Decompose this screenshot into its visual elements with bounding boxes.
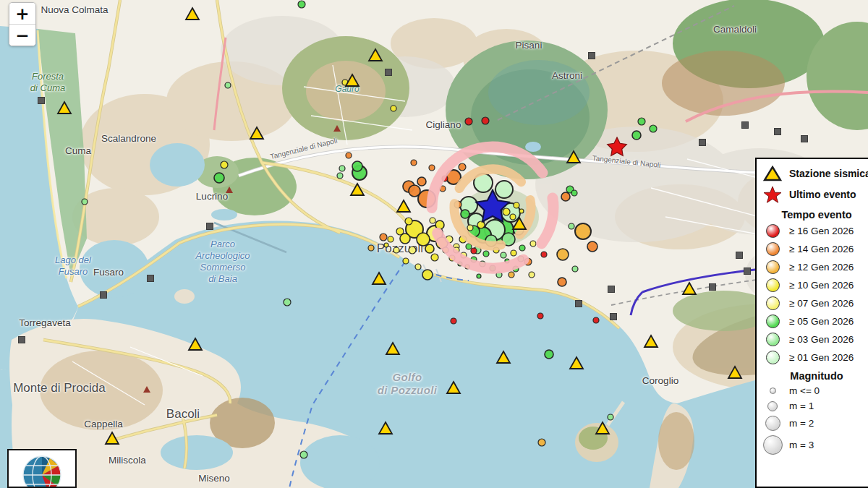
event-circle[interactable] — [541, 252, 547, 257]
event-circle[interactable] — [537, 313, 543, 319]
event-circle[interactable] — [425, 244, 434, 253]
event-circle[interactable] — [221, 161, 228, 168]
event-circle[interactable] — [514, 202, 519, 208]
event-circle[interactable] — [519, 245, 525, 251]
last-event-star[interactable] — [608, 137, 627, 155]
event-circle[interactable] — [461, 210, 469, 218]
event-circle[interactable] — [572, 266, 578, 272]
event-circle[interactable] — [409, 247, 416, 254]
station-icon — [762, 166, 783, 181]
event-circle[interactable] — [422, 270, 433, 280]
event-circle[interactable] — [465, 118, 472, 125]
station-icon[interactable] — [644, 335, 658, 347]
event-circle[interactable] — [650, 125, 657, 132]
event-circle[interactable] — [82, 199, 88, 205]
event-circle[interactable] — [368, 245, 374, 251]
event-circle[interactable] — [510, 214, 516, 220]
event-circle[interactable] — [503, 208, 510, 215]
event-circle[interactable] — [451, 318, 456, 324]
station-icon[interactable] — [186, 8, 199, 20]
event-circle[interactable] — [530, 241, 536, 247]
event-circle[interactable] — [393, 247, 399, 253]
event-circle[interactable] — [459, 163, 466, 171]
station-icon[interactable] — [346, 74, 359, 86]
event-circle[interactable] — [477, 274, 481, 278]
station-square-icon — [744, 268, 751, 275]
station-icon[interactable] — [397, 200, 410, 212]
event-circle[interactable] — [415, 264, 421, 270]
event-circle[interactable] — [593, 317, 599, 323]
event-circle[interactable] — [214, 173, 224, 183]
station-icon[interactable] — [728, 367, 741, 378]
event-circle[interactable] — [495, 181, 513, 198]
event-circle[interactable] — [284, 299, 291, 306]
event-circle[interactable] — [519, 209, 524, 213]
event-circle[interactable] — [571, 190, 577, 196]
event-circle[interactable] — [471, 248, 477, 254]
zoom-in-button[interactable]: + — [9, 3, 35, 24]
event-circle[interactable] — [300, 451, 307, 458]
event-circle[interactable] — [545, 350, 553, 359]
last-event-icon — [762, 186, 783, 203]
event-circle[interactable] — [417, 233, 430, 246]
event-circle[interactable] — [575, 223, 591, 239]
event-circle[interactable] — [384, 243, 388, 247]
event-circle[interactable] — [396, 228, 404, 235]
event-circle[interactable] — [380, 234, 387, 241]
event-circle[interactable] — [482, 117, 489, 124]
event-circle[interactable] — [608, 414, 613, 420]
zoom-out-button[interactable]: − — [9, 25, 35, 46]
event-circle[interactable] — [431, 254, 438, 261]
station-icon[interactable] — [567, 151, 580, 163]
station-icon[interactable] — [106, 432, 119, 444]
event-circle[interactable] — [346, 153, 352, 158]
station-icon[interactable] — [58, 102, 71, 114]
event-circle[interactable] — [388, 236, 393, 242]
event-circle[interactable] — [429, 165, 435, 171]
station-icon[interactable] — [379, 422, 392, 434]
station-icon[interactable] — [351, 184, 364, 195]
event-circle[interactable] — [403, 258, 409, 264]
event-circle[interactable] — [638, 118, 645, 125]
event-circle[interactable] — [509, 272, 514, 278]
event-circle[interactable] — [569, 223, 574, 229]
station-icon[interactable] — [386, 343, 399, 354]
station-icon[interactable] — [497, 351, 510, 363]
event-circle[interactable] — [337, 173, 343, 179]
station-icon[interactable] — [596, 422, 609, 434]
map[interactable]: Nuova ColmataForesta di CumaCumaScalandr… — [0, 0, 868, 488]
event-circle[interactable] — [511, 250, 516, 256]
event-circle[interactable] — [298, 1, 305, 8]
event-circle[interactable] — [477, 221, 485, 228]
event-circle[interactable] — [561, 192, 570, 201]
event-circle[interactable] — [409, 185, 420, 197]
event-circle[interactable] — [352, 161, 362, 171]
station-icon[interactable] — [570, 357, 583, 369]
event-circle[interactable] — [467, 225, 473, 231]
markers-layer — [0, 0, 868, 488]
event-circle[interactable] — [558, 278, 566, 286]
ingv-logo — [7, 449, 77, 488]
event-circle[interactable] — [417, 177, 426, 186]
station-icon[interactable] — [189, 338, 202, 350]
event-circle[interactable] — [411, 160, 417, 166]
event-circle[interactable] — [430, 218, 435, 223]
event-circle[interactable] — [501, 252, 506, 258]
legend-time-item: ≥ 03 Gen 2026 — [757, 330, 868, 348]
time-circle-icon — [762, 278, 783, 292]
station-icon[interactable] — [447, 382, 460, 393]
event-circle[interactable] — [632, 131, 641, 140]
event-circle[interactable] — [405, 218, 412, 225]
event-circle[interactable] — [339, 166, 345, 171]
event-circle[interactable] — [391, 106, 396, 111]
event-circle[interactable] — [587, 241, 597, 252]
event-circle[interactable] — [529, 272, 535, 278]
station-icon[interactable] — [683, 283, 696, 294]
event-circle[interactable] — [557, 249, 569, 260]
station-icon[interactable] — [373, 273, 386, 284]
event-circle[interactable] — [483, 251, 489, 257]
station-icon[interactable] — [369, 49, 382, 61]
event-circle[interactable] — [538, 439, 545, 446]
event-circle[interactable] — [225, 82, 231, 88]
station-icon[interactable] — [250, 127, 263, 139]
